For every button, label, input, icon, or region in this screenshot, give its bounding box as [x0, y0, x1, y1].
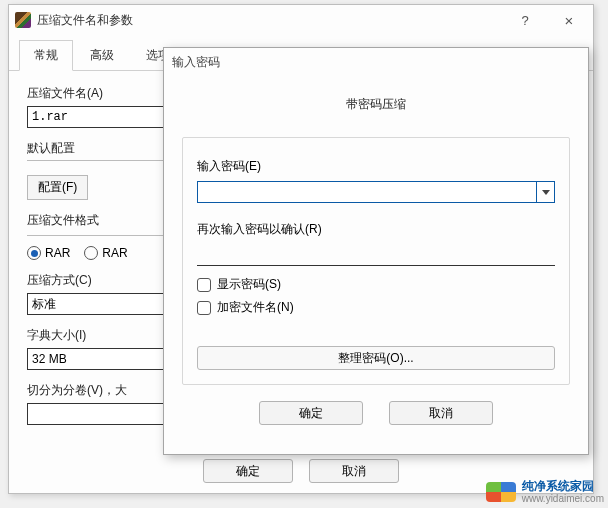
titlebar[interactable]: 压缩文件名和参数 ? ×	[9, 5, 593, 35]
encrypt-names-label: 加密文件名(N)	[217, 299, 294, 316]
help-button[interactable]: ?	[503, 6, 547, 34]
split-label: 切分为分卷(V)，大	[27, 382, 177, 399]
close-button[interactable]: ×	[547, 6, 591, 34]
parent-ok-button[interactable]: 确定	[203, 459, 293, 483]
password-dropdown-button[interactable]	[536, 182, 554, 202]
confirm-password-label: 再次输入密码以确认(R)	[197, 221, 555, 238]
radio-rar4-label: RAR	[102, 246, 127, 260]
parent-cancel-button[interactable]: 取消	[309, 459, 399, 483]
watermark-name: 纯净系统家园	[522, 480, 604, 493]
password-button-row: 确定 取消	[182, 401, 570, 425]
watermark-url: www.yidaimei.com	[522, 493, 604, 504]
split-input[interactable]	[27, 403, 177, 425]
chevron-down-icon	[542, 190, 550, 195]
encrypt-names-checkbox[interactable]	[197, 301, 211, 315]
confirm-password-input[interactable]	[197, 244, 555, 266]
format-label: 压缩文件格式	[27, 212, 177, 229]
method-label: 压缩方式(C)	[27, 272, 177, 289]
tab-general[interactable]: 常规	[19, 40, 73, 71]
method-select[interactable]	[27, 293, 177, 315]
password-group: 输入密码(E) 再次输入密码以确认(R) 显示密码(S) 加密文件名(N) 整理…	[182, 137, 570, 385]
config-button[interactable]: 配置(F)	[27, 175, 88, 200]
organize-passwords-button[interactable]: 整理密码(O)...	[197, 346, 555, 370]
dict-label: 字典大小(I)	[27, 327, 177, 344]
watermark: 纯净系统家园 www.yidaimei.com	[486, 480, 604, 504]
dict-select[interactable]	[27, 348, 177, 370]
password-heading: 带密码压缩	[182, 96, 570, 113]
format-radios: RAR RAR	[27, 235, 177, 260]
default-config-label: 默认配置	[27, 140, 177, 157]
dialog-title: 压缩文件名和参数	[37, 12, 503, 29]
tab-advanced[interactable]: 高级	[75, 40, 129, 71]
radio-rar4[interactable]	[84, 246, 98, 260]
password-cancel-button[interactable]: 取消	[389, 401, 493, 425]
radio-rar-label: RAR	[45, 246, 70, 260]
password-ok-button[interactable]: 确定	[259, 401, 363, 425]
radio-rar[interactable]	[27, 246, 41, 260]
filename-input[interactable]	[27, 106, 177, 128]
show-password-label: 显示密码(S)	[217, 276, 281, 293]
filename-label: 压缩文件名(A)	[27, 85, 177, 102]
enter-password-label: 输入密码(E)	[197, 158, 555, 175]
password-input[interactable]	[198, 182, 536, 202]
password-combo[interactable]	[197, 181, 555, 203]
show-password-checkbox[interactable]	[197, 278, 211, 292]
password-dialog: 输入密码 带密码压缩 输入密码(E) 再次输入密码以确认(R) 显示密码(S) …	[163, 47, 589, 455]
watermark-logo-icon	[486, 482, 516, 502]
winrar-icon	[15, 12, 31, 28]
password-dialog-title[interactable]: 输入密码	[164, 48, 588, 76]
